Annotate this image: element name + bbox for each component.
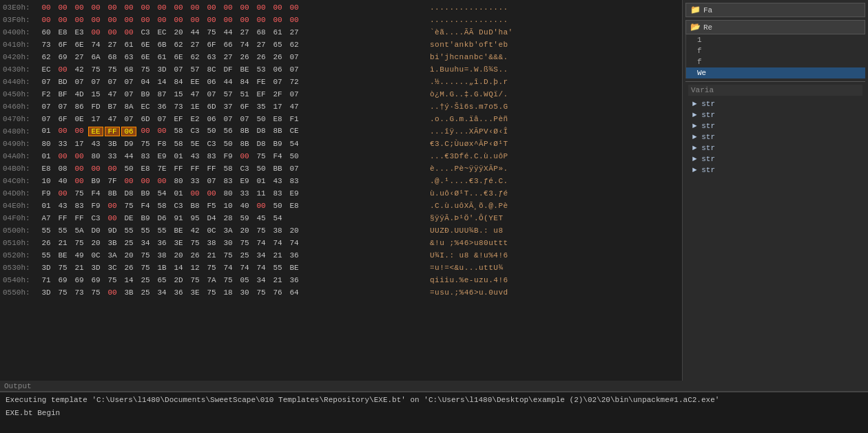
- hex-byte[interactable]: 42: [187, 226, 203, 235]
- hex-byte[interactable]: 7F: [105, 177, 120, 185]
- hex-byte[interactable]: 75: [105, 65, 120, 74]
- hex-byte[interactable]: 61: [154, 53, 169, 61]
- hex-byte[interactable]: 33: [187, 177, 203, 185]
- hex-byte[interactable]: 00: [138, 177, 153, 185]
- hex-byte[interactable]: 55: [55, 226, 70, 235]
- hex-byte[interactable]: 00: [55, 65, 70, 74]
- hex-byte[interactable]: 68: [121, 65, 136, 74]
- hex-byte[interactable]: 00: [121, 16, 136, 24]
- hex-byte[interactable]: 07: [72, 78, 87, 86]
- hex-byte[interactable]: 58: [171, 140, 186, 148]
- hex-byte[interactable]: 00: [171, 3, 186, 12]
- hex-byte[interactable]: A7: [39, 214, 54, 222]
- hex-byte[interactable]: 8B: [105, 189, 120, 198]
- hex-row[interactable]: 04F0h:A7FFFFC300DEB9D69195D428594554§ÿÿÃ…: [0, 212, 682, 224]
- hex-row[interactable]: 03E0h:00000000000000000000000000000000..…: [0, 1, 682, 14]
- hex-byte[interactable]: 74: [220, 264, 236, 272]
- hex-byte[interactable]: 75: [72, 189, 87, 198]
- hex-byte[interactable]: 25: [138, 288, 153, 297]
- hex-byte[interactable]: 3E: [187, 288, 203, 297]
- hex-byte[interactable]: 00: [187, 16, 203, 24]
- hex-byte[interactable]: F8: [154, 140, 169, 148]
- hex-byte[interactable]: 0E: [72, 115, 87, 123]
- hex-byte[interactable]: 00: [204, 189, 219, 198]
- hex-byte[interactable]: 05: [237, 276, 252, 284]
- hex-byte[interactable]: 50: [121, 165, 136, 173]
- hex-byte[interactable]: 00: [72, 177, 87, 185]
- hex-byte[interactable]: 74: [270, 239, 285, 247]
- hex-byte[interactable]: EC: [154, 28, 169, 36]
- hex-byte[interactable]: 07: [287, 65, 302, 74]
- hex-byte[interactable]: 33: [105, 152, 120, 160]
- hex-byte[interactable]: 36: [287, 276, 302, 284]
- hex-byte[interactable]: 38: [154, 251, 169, 260]
- hex-byte[interactable]: 56: [220, 127, 236, 136]
- hex-byte[interactable]: 00: [55, 152, 70, 160]
- hex-byte[interactable]: 75: [88, 288, 103, 297]
- hex-byte[interactable]: 5E: [187, 140, 203, 148]
- hex-byte[interactable]: 07: [287, 90, 302, 98]
- hex-byte[interactable]: 3B: [105, 239, 120, 247]
- hex-byte[interactable]: 3E: [171, 239, 186, 247]
- hex-byte[interactable]: 6B: [154, 41, 169, 49]
- hex-byte[interactable]: 00: [105, 3, 120, 12]
- hex-byte[interactable]: 17: [270, 103, 285, 111]
- hex-byte[interactable]: EE: [88, 127, 103, 136]
- hex-byte[interactable]: 75: [204, 264, 219, 272]
- hex-byte[interactable]: 35: [254, 103, 269, 111]
- hex-byte[interactable]: 20: [88, 239, 103, 247]
- hex-byte[interactable]: 58: [220, 165, 236, 173]
- hex-byte[interactable]: 07: [55, 103, 70, 111]
- hex-byte[interactable]: 15: [171, 90, 186, 98]
- hex-byte[interactable]: 00: [121, 3, 136, 12]
- hex-byte[interactable]: 00: [138, 16, 153, 24]
- hex-byte[interactable]: 1E: [187, 103, 203, 111]
- hex-byte[interactable]: 21: [270, 251, 285, 260]
- hex-byte[interactable]: 47: [187, 90, 203, 98]
- hex-byte[interactable]: 66: [220, 41, 236, 49]
- hex-row[interactable]: 0520h:55BE490C3A2075382026217525342136U¾…: [0, 249, 682, 262]
- hex-row[interactable]: 0510h:262175203B2534363E75383075747474&!…: [0, 237, 682, 249]
- hex-byte[interactable]: B9: [138, 189, 153, 198]
- hex-byte[interactable]: 00: [270, 3, 285, 12]
- hex-byte[interactable]: 20: [171, 251, 186, 260]
- hex-byte[interactable]: 00: [138, 127, 153, 136]
- hex-byte[interactable]: 69: [55, 53, 70, 61]
- hex-byte[interactable]: 1B: [154, 264, 169, 272]
- hex-byte[interactable]: B9: [138, 90, 153, 98]
- hex-byte[interactable]: BE: [55, 251, 70, 260]
- hex-byte[interactable]: 26: [254, 53, 269, 61]
- hex-byte[interactable]: 00: [105, 28, 120, 36]
- hex-byte[interactable]: 07: [39, 103, 54, 111]
- hex-byte[interactable]: D9: [121, 140, 136, 148]
- hex-byte[interactable]: CE: [287, 127, 302, 136]
- hex-byte[interactable]: 3B: [121, 288, 136, 297]
- hex-row[interactable]: 0430h:EC0042757568753D07578CDFBE530607ì.…: [0, 63, 682, 76]
- var-item-4[interactable]: ► str: [688, 131, 862, 142]
- hex-row[interactable]: 0410h:736F6E7427616E6B62276F6674276562so…: [0, 39, 682, 51]
- hex-byte[interactable]: 65: [270, 41, 285, 49]
- hex-byte[interactable]: 07: [121, 78, 136, 86]
- hex-byte[interactable]: 18: [220, 288, 236, 297]
- hex-byte[interactable]: 07: [237, 115, 252, 123]
- hex-byte[interactable]: F9: [39, 189, 54, 198]
- hex-byte[interactable]: 75: [204, 288, 219, 297]
- hex-byte[interactable]: 80: [220, 189, 236, 198]
- hex-byte[interactable]: 50: [204, 127, 219, 136]
- hex-byte[interactable]: 6F: [55, 41, 70, 49]
- hex-byte[interactable]: 75: [88, 65, 103, 74]
- hex-byte[interactable]: 0C: [204, 226, 219, 235]
- hex-row[interactable]: 0540h:71696969751425652D757A7505342136qi…: [0, 274, 682, 286]
- hex-byte[interactable]: 47: [105, 115, 120, 123]
- hex-byte[interactable]: 75: [187, 239, 203, 247]
- hex-byte[interactable]: 20: [237, 226, 252, 235]
- hex-byte[interactable]: 2F: [270, 90, 285, 98]
- hex-byte[interactable]: 00: [72, 152, 87, 160]
- hex-byte[interactable]: 25: [237, 251, 252, 260]
- hex-byte[interactable]: 06: [204, 115, 219, 123]
- hex-byte[interactable]: 75: [138, 65, 153, 74]
- hex-byte[interactable]: 76: [270, 288, 285, 297]
- hex-byte[interactable]: 75: [220, 251, 236, 260]
- hex-byte[interactable]: 50: [254, 115, 269, 123]
- files-section-header[interactable]: 📁 Fa: [685, 3, 865, 17]
